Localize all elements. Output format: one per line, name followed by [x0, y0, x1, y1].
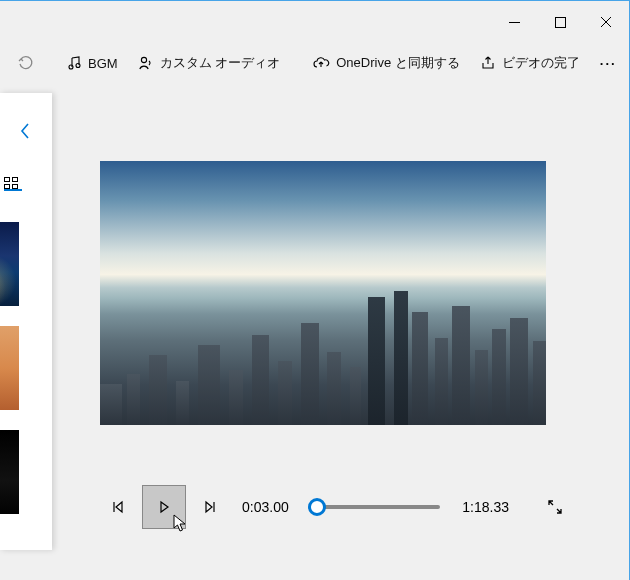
media-thumbnail[interactable]	[0, 325, 20, 411]
seek-bar-knob[interactable]	[308, 498, 326, 516]
svg-rect-9	[13, 178, 18, 182]
cloud-upload-icon	[312, 55, 330, 71]
video-preview-image	[100, 161, 546, 425]
window-minimize-button[interactable]	[491, 7, 537, 37]
music-icon	[66, 55, 82, 71]
play-button[interactable]	[142, 485, 186, 529]
prev-frame-icon	[111, 500, 125, 514]
mouse-cursor-icon	[173, 514, 189, 534]
close-icon	[600, 16, 612, 28]
playback-controls: 0:03.00 1:18.33	[100, 483, 573, 531]
media-thumbnails	[0, 221, 48, 533]
editor-body: 0:03.00 1:18.33	[0, 83, 629, 580]
grid-icon	[4, 177, 18, 189]
svg-rect-1	[555, 17, 565, 27]
video-preview[interactable]	[100, 161, 546, 425]
window-maximize-button[interactable]	[537, 7, 583, 37]
more-button[interactable]: ···	[590, 50, 627, 77]
seek-bar[interactable]	[311, 505, 441, 509]
chevron-left-icon	[18, 121, 32, 141]
back-button[interactable]	[18, 121, 32, 141]
fullscreen-button[interactable]	[537, 489, 573, 525]
minimize-icon	[509, 17, 520, 28]
window-close-button[interactable]	[583, 7, 629, 37]
undo-button[interactable]	[8, 49, 44, 77]
current-time-label: 0:03.00	[242, 499, 289, 515]
svg-rect-10	[5, 185, 10, 189]
next-frame-button[interactable]	[192, 489, 228, 525]
library-panel	[0, 93, 52, 550]
custom-audio-button[interactable]: カスタム オーディオ	[128, 48, 291, 78]
maximize-icon	[555, 17, 566, 28]
next-frame-icon	[203, 500, 217, 514]
bgm-button[interactable]: BGM	[56, 49, 128, 77]
grid-view-tab[interactable]	[4, 177, 22, 191]
svg-point-7	[141, 57, 146, 62]
svg-point-5	[76, 64, 80, 68]
more-icon: ···	[600, 56, 617, 71]
window-titlebar	[0, 1, 629, 43]
onedrive-sync-button[interactable]: OneDrive と同期する	[302, 48, 470, 78]
media-thumbnail[interactable]	[0, 221, 20, 307]
prev-frame-button[interactable]	[100, 489, 136, 525]
finish-video-button[interactable]: ビデオの完了	[470, 48, 590, 78]
person-audio-icon	[138, 55, 154, 71]
total-time-label: 1:18.33	[462, 499, 509, 515]
fullscreen-icon	[547, 499, 563, 515]
svg-rect-8	[5, 178, 10, 182]
media-thumbnail[interactable]	[0, 429, 20, 515]
custom-audio-label: カスタム オーディオ	[160, 54, 281, 72]
export-icon	[480, 55, 496, 71]
bgm-label: BGM	[88, 56, 118, 71]
onedrive-label: OneDrive と同期する	[336, 54, 460, 72]
finish-label: ビデオの完了	[502, 54, 580, 72]
undo-icon	[18, 55, 34, 71]
editor-toolbar: BGM カスタム オーディオ OneDrive と同期する ビデオの完了 ···	[0, 43, 629, 83]
play-icon	[157, 500, 171, 514]
svg-rect-11	[13, 185, 18, 189]
